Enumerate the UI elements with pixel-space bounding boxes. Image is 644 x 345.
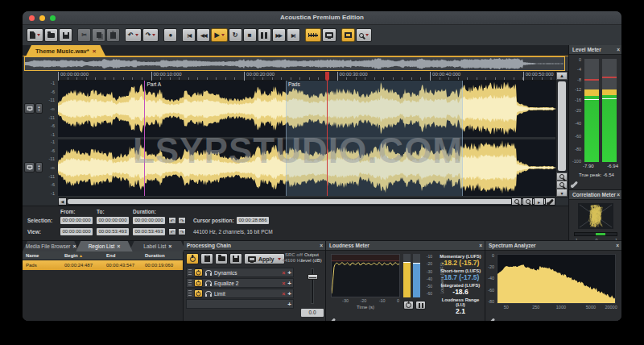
cut-button[interactable]: ✂ bbox=[77, 28, 91, 42]
plugin-power-button[interactable] bbox=[194, 279, 203, 287]
remove-plugin-icon[interactable]: × bbox=[282, 270, 285, 276]
timeline-ruler[interactable]: 00:00:00:00000:00:10:00000:00:20:00000:0… bbox=[58, 71, 555, 81]
chain-item-equalize-2[interactable]: Equalize 2×+ bbox=[186, 278, 294, 288]
stop-button[interactable]: ■ bbox=[243, 28, 257, 42]
table-row[interactable]: Pads00:00:24:48700:00:43:54700:00:19:060 bbox=[23, 260, 183, 270]
channel-zoom-spinner[interactable]: ▲▼ bbox=[35, 103, 43, 114]
playhead-handle[interactable] bbox=[325, 72, 329, 81]
chain-open-button[interactable] bbox=[215, 253, 228, 264]
pause-button[interactable] bbox=[258, 28, 271, 42]
hscroll-thumb[interactable] bbox=[68, 199, 551, 204]
scroll-left-button[interactable]: ◀ bbox=[59, 198, 67, 205]
drag-handle-icon[interactable] bbox=[188, 269, 192, 276]
column-header-begin[interactable]: Begin ▲ bbox=[61, 253, 103, 258]
channel-monitor-button[interactable] bbox=[24, 103, 35, 114]
zoom-tool-button[interactable] bbox=[356, 28, 372, 42]
tab-close-icon[interactable]: × bbox=[72, 243, 76, 249]
selection-duration-field[interactable]: 00:00:00:000 bbox=[133, 217, 165, 224]
selection-undo-button[interactable]: ↶ bbox=[168, 217, 176, 224]
chain-clipboard-button[interactable] bbox=[200, 253, 213, 264]
output-level-fader[interactable] bbox=[311, 268, 314, 304]
hscroll-track[interactable] bbox=[67, 198, 555, 205]
tab-close-icon[interactable]: × bbox=[93, 48, 97, 55]
view-from-field[interactable]: 00:00:00:000 bbox=[60, 228, 93, 235]
headphones-icon[interactable] bbox=[205, 270, 212, 275]
add-plugin-icon[interactable]: + bbox=[287, 290, 291, 297]
paste-button[interactable] bbox=[106, 28, 120, 42]
drag-handle-icon[interactable] bbox=[188, 280, 192, 287]
view-redo-button[interactable]: ↷ bbox=[178, 228, 186, 235]
scrub-playback-button[interactable] bbox=[305, 28, 321, 42]
open-file-button[interactable] bbox=[44, 28, 58, 42]
record-button[interactable]: ● bbox=[163, 28, 177, 42]
overview-waveform[interactable] bbox=[24, 56, 565, 71]
chain-add-row[interactable]: + bbox=[186, 299, 294, 309]
browser-tab-media-file-browser[interactable]: Media File Browser× bbox=[23, 241, 79, 251]
selection-redo-button[interactable]: ↷ bbox=[178, 217, 186, 224]
close-panel-icon[interactable]: × bbox=[479, 241, 482, 251]
vertical-zoom-menu-button[interactable]: ▾ bbox=[556, 189, 568, 197]
column-header-duration[interactable]: Duration bbox=[142, 253, 177, 258]
view-undo-button[interactable]: ↶ bbox=[168, 228, 176, 235]
close-panel-icon[interactable]: × bbox=[320, 241, 323, 251]
loop-playback-button[interactable]: ↻ bbox=[229, 28, 242, 42]
remove-plugin-icon[interactable]: × bbox=[282, 291, 285, 297]
redo-button[interactable]: ↷ bbox=[142, 28, 159, 42]
plugin-power-button[interactable] bbox=[194, 289, 203, 297]
fader-handle[interactable] bbox=[308, 274, 318, 280]
save-file-button[interactable] bbox=[59, 28, 72, 42]
view-duration-field[interactable]: 00:00:53:493 bbox=[133, 228, 165, 235]
follow-playback-button[interactable]: ▸ bbox=[534, 197, 544, 206]
browser-tab-region-list[interactable]: Region List× bbox=[76, 241, 132, 251]
close-panel-icon[interactable]: × bbox=[617, 45, 620, 55]
go-to-start-button[interactable]: |◀ bbox=[182, 28, 196, 42]
vertical-zoom-in-button[interactable] bbox=[556, 172, 568, 181]
chain-item-dynamics[interactable]: Dynamics×+ bbox=[186, 268, 294, 277]
add-plugin-icon[interactable]: + bbox=[287, 280, 291, 287]
chain-save-button[interactable] bbox=[229, 253, 242, 264]
close-panel-icon[interactable]: × bbox=[617, 190, 620, 200]
column-header-end[interactable]: End bbox=[103, 253, 142, 258]
channel-monitor-button[interactable] bbox=[24, 162, 35, 172]
remove-plugin-icon[interactable]: × bbox=[282, 281, 285, 286]
new-file-button[interactable] bbox=[27, 28, 43, 42]
scroll-up-button[interactable]: ▲ bbox=[556, 72, 568, 80]
add-plugin-icon[interactable]: + bbox=[287, 301, 291, 308]
loudness-reset-button[interactable] bbox=[403, 301, 414, 310]
channel-zoom-spinner[interactable]: ▲▼ bbox=[35, 162, 43, 172]
vscroll-track[interactable] bbox=[556, 80, 568, 172]
loudness-settings-button[interactable] bbox=[329, 310, 336, 321]
tab-close-icon[interactable]: × bbox=[168, 243, 171, 249]
vscroll-thumb[interactable] bbox=[558, 81, 566, 171]
browser-tab-label-list[interactable]: Label List× bbox=[130, 241, 186, 251]
fast-forward-button[interactable]: ▶▶ bbox=[272, 28, 286, 42]
document-tab[interactable]: Theme Music.wav* × bbox=[26, 45, 105, 56]
loudness-pause-button[interactable] bbox=[415, 301, 426, 310]
play-button[interactable]: ▶ bbox=[211, 28, 227, 42]
spectrum-settings-button[interactable] bbox=[489, 310, 495, 321]
drag-handle-icon[interactable] bbox=[188, 290, 192, 297]
output-level-value[interactable]: 0.0 bbox=[301, 309, 324, 317]
level-meter-settings-button[interactable] bbox=[572, 173, 578, 188]
zoom-out-button[interactable] bbox=[522, 197, 533, 206]
zoom-in-button[interactable] bbox=[511, 197, 522, 206]
vertical-zoom-out-button[interactable] bbox=[556, 181, 568, 189]
view-to-field[interactable]: 00:00:53:493 bbox=[97, 228, 129, 235]
rewind-button[interactable]: ◀◀ bbox=[196, 28, 210, 42]
copy-button[interactable] bbox=[92, 28, 105, 42]
selection-to-field[interactable]: 00:00:00:000 bbox=[97, 217, 129, 224]
add-plugin-icon[interactable]: + bbox=[287, 269, 291, 276]
headphones-icon[interactable] bbox=[205, 291, 212, 296]
monitor-input-button[interactable] bbox=[322, 28, 336, 42]
plugin-power-button[interactable] bbox=[194, 268, 203, 276]
column-header-name[interactable]: Name bbox=[23, 253, 61, 258]
go-to-end-button[interactable]: ▶| bbox=[287, 28, 300, 42]
selection-from-field[interactable]: 00:00:00:000 bbox=[60, 217, 93, 224]
headphones-icon[interactable] bbox=[205, 281, 212, 285]
chain-item-limit[interactable]: Limit×+ bbox=[186, 289, 294, 298]
waveform-area[interactable]: 00:00:00:00000:00:10:00000:00:20:00000:0… bbox=[58, 71, 555, 206]
horizontal-scrollbar[interactable]: ◀ bbox=[58, 197, 555, 206]
close-panel-icon[interactable]: × bbox=[616, 241, 619, 251]
loop-selection-button[interactable] bbox=[341, 28, 355, 42]
undo-button[interactable]: ↶ bbox=[125, 28, 142, 42]
